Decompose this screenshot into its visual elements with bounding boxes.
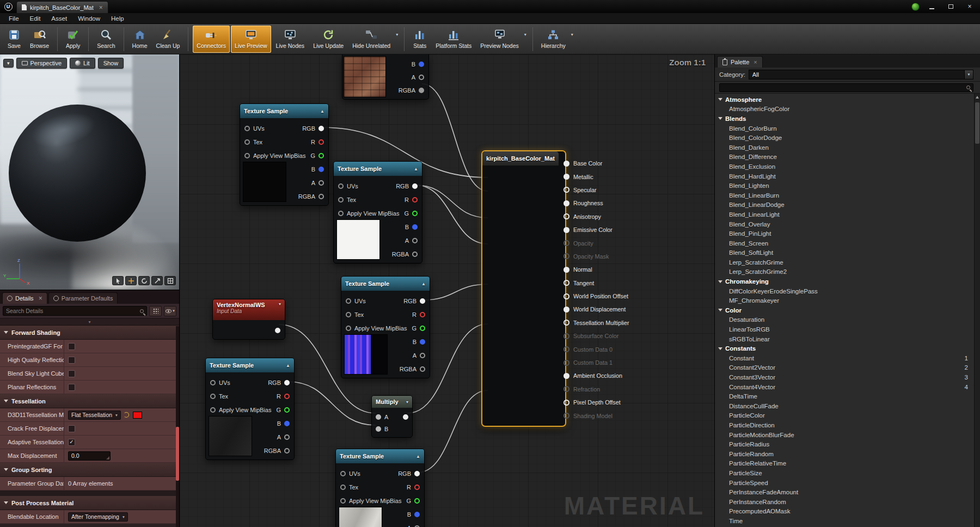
input-pin[interactable]	[564, 213, 569, 219]
palette-item-blend-colorburn[interactable]: Blend_ColorBurn	[715, 124, 980, 133]
collapse-icon[interactable]: ▲	[416, 454, 420, 459]
texture-sample-node[interactable]: Texture Sample▲UVsRGBTexRApply View MipB…	[205, 358, 295, 460]
menu-asset[interactable]: Asset	[46, 14, 72, 23]
input-pin[interactable]	[564, 360, 569, 366]
input-pin[interactable]	[244, 153, 250, 158]
toolbar-button-live-preview[interactable]: Live Preview	[231, 26, 271, 53]
input-pin[interactable]	[340, 485, 346, 490]
details-visibility-filter-icon[interactable]: ▾	[164, 306, 176, 316]
maximize-button[interactable]	[944, 4, 958, 9]
toolbar-button-preview-nodes[interactable]: Preview Nodes	[476, 26, 523, 53]
palette-search-input[interactable]	[719, 83, 973, 92]
palette-category-atmosphere[interactable]: Atmosphere	[715, 95, 980, 105]
output-pin[interactable]	[420, 339, 425, 345]
toolbar-dropdown-caret[interactable]: ▾	[571, 32, 575, 46]
minimize-button[interactable]	[924, 4, 939, 9]
palette-item-deltatime[interactable]: DeltaTime	[715, 391, 980, 401]
palette-item-atmosphericfogcolor[interactable]: AtmosphericFogColor	[715, 105, 980, 114]
input-pin[interactable]	[564, 307, 569, 312]
palette-category-color[interactable]: Color	[715, 305, 980, 315]
checkbox[interactable]	[68, 425, 75, 432]
details-section-tessellation[interactable]: Tessellation	[0, 394, 179, 408]
texture-sample-node[interactable]: Texture Sample▲UVsRGBTexRApply View MipB…	[240, 103, 329, 206]
palette-item-particledirection[interactable]: ParticleDirection	[715, 420, 980, 430]
node-header[interactable]: Texture Sample▲	[240, 104, 328, 118]
close-button[interactable]: ×	[963, 3, 977, 10]
input-pin[interactable]	[564, 227, 569, 233]
input-pin[interactable]	[346, 298, 351, 304]
output-pin[interactable]	[414, 471, 420, 476]
menu-help[interactable]: Help	[106, 14, 130, 23]
output-pin[interactable]	[414, 498, 420, 504]
output-pin[interactable]	[419, 62, 424, 67]
toolbar-button-clean-up[interactable]: Clean Up	[152, 26, 184, 53]
output-pin[interactable]	[420, 353, 425, 358]
texture-sample-node[interactable]: Texture Sample▲UVsRGBTexRApply View MipB…	[341, 276, 430, 378]
vertex-normal-ws-node[interactable]: VertexNormalWSInput Data▾	[212, 299, 285, 340]
output-pin[interactable]	[318, 153, 324, 158]
palette-category-constants[interactable]: Constants	[715, 344, 980, 353]
palette-item-distancecullfade[interactable]: DistanceCullFade	[715, 401, 980, 411]
number-input[interactable]: 0.0	[68, 451, 111, 461]
checkbox[interactable]	[68, 357, 75, 364]
input-pin[interactable]	[564, 413, 569, 419]
palette-item-blend-linearlight[interactable]: Blend_LinearLight	[715, 210, 980, 219]
palette-item-blend-exclusion[interactable]: Blend_Exclusion	[715, 162, 980, 171]
details-scrollbar-thumb[interactable]	[176, 427, 179, 481]
output-pin[interactable]	[420, 366, 425, 372]
input-pin[interactable]	[564, 174, 569, 180]
dropdown[interactable]: Flat Tessellation▾	[68, 410, 121, 420]
output-pin[interactable]	[412, 197, 418, 203]
input-pin[interactable]	[338, 197, 344, 203]
input-pin[interactable]	[376, 414, 381, 420]
output-pin[interactable]	[318, 139, 324, 145]
output-pin[interactable]	[284, 421, 290, 426]
preview-viewport[interactable]: ▾ Perspective Lit Show Z Y X	[0, 54, 179, 290]
collapse-icon[interactable]: ▾	[279, 302, 281, 307]
palette-item-blend-darken[interactable]: Blend_Darken	[715, 143, 980, 152]
category-dropdown[interactable]: All ▾	[749, 70, 973, 79]
input-pin[interactable]	[564, 373, 569, 379]
palette-item-desaturation[interactable]: Desaturation	[715, 315, 980, 325]
palette-item-blend-pinlight[interactable]: Blend_PinLight	[715, 229, 980, 238]
input-pin[interactable]	[340, 498, 346, 504]
palette-item-constant[interactable]: Constant1	[715, 353, 980, 363]
input-pin[interactable]	[376, 426, 381, 432]
show-button[interactable]: Show	[98, 58, 124, 69]
palette-item-particlerelativetime[interactable]: ParticleRelativeTime	[715, 459, 980, 469]
menu-edit[interactable]: Edit	[24, 14, 46, 23]
scroll-up-arrow[interactable]	[976, 96, 979, 99]
palette-item-particlerandom[interactable]: ParticleRandom	[715, 449, 980, 459]
input-pin[interactable]	[564, 200, 569, 206]
output-pin[interactable]	[414, 512, 420, 517]
perspective-button[interactable]: Perspective	[16, 58, 67, 69]
input-pin[interactable]	[564, 280, 569, 286]
output-pin[interactable]	[284, 407, 290, 413]
input-pin[interactable]	[564, 253, 569, 259]
toolbar-button-platform-stats[interactable]: Platform Stats	[432, 26, 475, 53]
launcher-tray-icon[interactable]	[911, 3, 920, 11]
node-header[interactable]: Texture Sample▲	[341, 277, 430, 291]
output-pin[interactable]	[284, 394, 290, 399]
palette-item-particlespeed[interactable]: ParticleSpeed	[715, 478, 980, 488]
input-pin[interactable]	[564, 187, 569, 193]
input-pin[interactable]	[564, 161, 569, 167]
details-section-group-sorting[interactable]: Group Sorting	[0, 463, 179, 477]
dropdown[interactable]: After Tonemapping▾	[68, 512, 128, 522]
output-pin[interactable]	[275, 328, 280, 333]
input-pin[interactable]	[210, 380, 216, 385]
viewport-options-button[interactable]: ▾	[3, 59, 14, 68]
multiply-node[interactable]: Multiply▾AB	[371, 395, 413, 438]
toolbar-button-save[interactable]: Save	[3, 26, 25, 53]
palette-item-time[interactable]: Time	[715, 516, 980, 526]
input-pin[interactable]	[564, 400, 569, 406]
palette-item-particlemotionblurfade[interactable]: ParticleMotionBlurFade	[715, 430, 980, 440]
collapse-icon[interactable]: ▲	[421, 281, 426, 286]
palette-item-blend-overlay[interactable]: Blend_Overlay	[715, 219, 980, 229]
palette-item-mf-chromakeyer[interactable]: MF_Chromakeyer	[715, 296, 980, 305]
palette-tab-close-icon[interactable]: ×	[754, 59, 757, 65]
palette-item-blend-lineardodge[interactable]: Blend_LinearDodge	[715, 200, 980, 210]
details-search-input[interactable]: Search Details	[3, 306, 147, 316]
input-pin[interactable]	[564, 320, 569, 326]
palette-item-blend-lighten[interactable]: Blend_Lighten	[715, 181, 980, 191]
